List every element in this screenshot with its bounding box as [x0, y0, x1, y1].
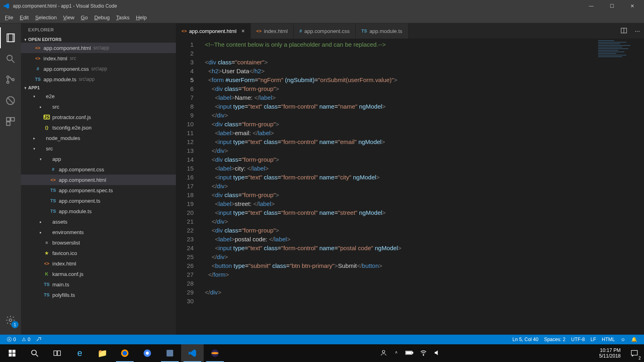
windows-taskbar: e 📁 ＾ 10:17 PM 5/11/2018 2	[0, 344, 644, 362]
more-actions-icon[interactable]: ⋯	[635, 28, 640, 34]
file-tree-item[interactable]: ▸node_modules	[21, 133, 176, 143]
chrome-taskbar[interactable]	[136, 344, 159, 362]
split-editor-icon[interactable]	[620, 27, 627, 35]
eclipse-taskbar[interactable]	[204, 344, 226, 362]
explorer-taskbar[interactable]: 📁	[91, 344, 114, 362]
action-center[interactable]: 2	[625, 344, 643, 362]
file-icon: TS	[50, 209, 56, 214]
battery-tray-icon[interactable]	[405, 350, 413, 357]
editor-tab[interactable]: <>index.html	[251, 23, 294, 39]
file-icon: TS	[43, 282, 50, 287]
app-taskbar[interactable]	[159, 344, 181, 362]
cursor-position[interactable]: Ln 5, Col 40	[510, 337, 541, 342]
people-tray-icon[interactable]	[380, 349, 387, 358]
file-tree-item[interactable]: ▸environments	[21, 227, 176, 237]
taskbar-clock[interactable]: 10:17 PM 5/11/2018	[594, 348, 625, 359]
menu-selection[interactable]: Selection	[32, 13, 60, 22]
file-tree-item[interactable]: ▾src	[21, 143, 176, 154]
open-editors-header[interactable]: ▾OPEN EDITORS	[21, 36, 176, 43]
open-editor-item[interactable]: TSapp.module.tssrc\app	[21, 74, 176, 84]
editor-tabs: <>app.component.html×<>index.html#app.co…	[176, 23, 644, 39]
maximize-button[interactable]: ☐	[607, 3, 617, 9]
wifi-tray-icon[interactable]	[420, 349, 427, 358]
file-tree-item[interactable]: ▾app	[21, 154, 176, 164]
editor-tab[interactable]: <>app.component.html×	[176, 23, 251, 39]
file-tree-item[interactable]: <>index.html	[21, 258, 176, 269]
file-tree-item[interactable]: #app.component.css	[21, 164, 176, 175]
file-tree-item[interactable]: <>app.component.html	[21, 175, 176, 185]
svg-point-19	[32, 350, 37, 355]
open-editor-item[interactable]: #app.component.csssrc\app	[21, 64, 176, 74]
svg-point-24	[123, 351, 127, 356]
search-taskbar[interactable]	[23, 344, 46, 362]
live-server-icon[interactable]	[33, 337, 44, 342]
encoding-status[interactable]: UTF-8	[568, 337, 588, 342]
file-tree-item[interactable]: ▸src	[21, 101, 176, 112]
open-editor-item[interactable]: <>app.component.htmlsrc\app	[21, 43, 176, 53]
svg-rect-11	[6, 122, 10, 125]
tab-label: index.html	[264, 28, 288, 34]
svg-rect-1	[8, 34, 14, 42]
settings-activity[interactable]: 1	[0, 310, 21, 331]
debug-activity[interactable]	[0, 90, 21, 111]
search-activity[interactable]	[0, 48, 21, 69]
explorer-activity[interactable]	[0, 27, 21, 48]
file-tree-item[interactable]: {}tsconfig.e2e.json	[21, 122, 176, 133]
file-tree-item[interactable]: ≡browserslist	[21, 237, 176, 248]
titlebar: app.component.html - app1 - Visual Studi…	[0, 0, 644, 12]
firefox-taskbar[interactable]	[114, 344, 136, 362]
file-tree-item[interactable]: TSapp.component.ts	[21, 195, 176, 206]
tab-label: app.component.css	[304, 28, 350, 34]
svg-rect-16	[12, 350, 16, 353]
notifications-icon[interactable]: 🔔	[628, 337, 640, 342]
svg-point-26	[146, 352, 149, 354]
menu-help[interactable]: Help	[133, 13, 150, 22]
close-tab-icon[interactable]: ×	[242, 28, 245, 34]
tray-chevron-icon[interactable]: ＾	[394, 350, 399, 357]
menubar: FileEditSelectionViewGoDebugTasksHelp	[0, 12, 644, 23]
file-icon: <>	[35, 56, 41, 61]
file-tree-item[interactable]: ★favicon.ico	[21, 248, 176, 258]
menu-go[interactable]: Go	[78, 13, 91, 22]
problems-warnings[interactable]: ⚠ 0	[19, 337, 33, 342]
open-editor-item[interactable]: <>index.htmlsrc	[21, 53, 176, 64]
file-tree-item[interactable]: ▾e2e	[21, 91, 176, 101]
close-button[interactable]: ✕	[627, 3, 638, 9]
feedback-icon[interactable]: ☺	[618, 337, 628, 342]
project-header[interactable]: ▾APP1	[21, 84, 176, 91]
language-status[interactable]: HTML	[599, 337, 618, 342]
menu-edit[interactable]: Edit	[17, 13, 32, 22]
editor-tab[interactable]: TSapp.module.ts	[356, 23, 409, 39]
extensions-activity[interactable]	[0, 111, 21, 132]
menu-file[interactable]: File	[2, 13, 17, 22]
file-tree-item[interactable]: TSapp.component.spec.ts	[21, 185, 176, 195]
svg-point-4	[7, 76, 9, 78]
file-tree-item[interactable]: TSpolyfills.ts	[21, 290, 176, 300]
svg-point-5	[7, 81, 9, 83]
menu-view[interactable]: View	[60, 13, 78, 22]
menu-tasks[interactable]: Tasks	[113, 13, 132, 22]
ie-taskbar[interactable]: e	[68, 344, 91, 362]
svg-rect-0	[7, 34, 13, 42]
file-icon: <>	[50, 177, 56, 182]
problems-errors[interactable]: ⓧ 0	[4, 336, 19, 343]
menu-debug[interactable]: Debug	[91, 13, 113, 22]
file-tree-item[interactable]: ▸assets	[21, 216, 176, 227]
file-tree-item[interactable]: JSprotractor.conf.js	[21, 112, 176, 122]
editor-tab[interactable]: #app.component.css	[294, 23, 356, 39]
code-editor[interactable]: 1234567891011121314151617181920212223242…	[176, 39, 644, 335]
tab-label: app.module.ts	[369, 28, 402, 34]
file-tree-item[interactable]: TSapp.module.ts	[21, 206, 176, 216]
eol-status[interactable]: LF	[588, 337, 599, 342]
volume-tray-icon[interactable]	[433, 349, 441, 358]
start-button[interactable]	[1, 344, 23, 362]
minimize-button[interactable]: —	[586, 3, 597, 9]
file-tree-item[interactable]: Kkarma.conf.js	[21, 269, 176, 279]
scm-activity[interactable]	[0, 69, 21, 90]
indent-status[interactable]: Spaces: 2	[541, 337, 568, 342]
file-tree-item[interactable]: TSmain.ts	[21, 279, 176, 290]
vscode-taskbar[interactable]	[181, 344, 204, 362]
statusbar: ⓧ 0 ⚠ 0 Ln 5, Col 40 Spaces: 2 UTF-8 LF …	[0, 335, 644, 344]
task-view[interactable]	[46, 344, 68, 362]
svg-point-6	[12, 78, 14, 80]
